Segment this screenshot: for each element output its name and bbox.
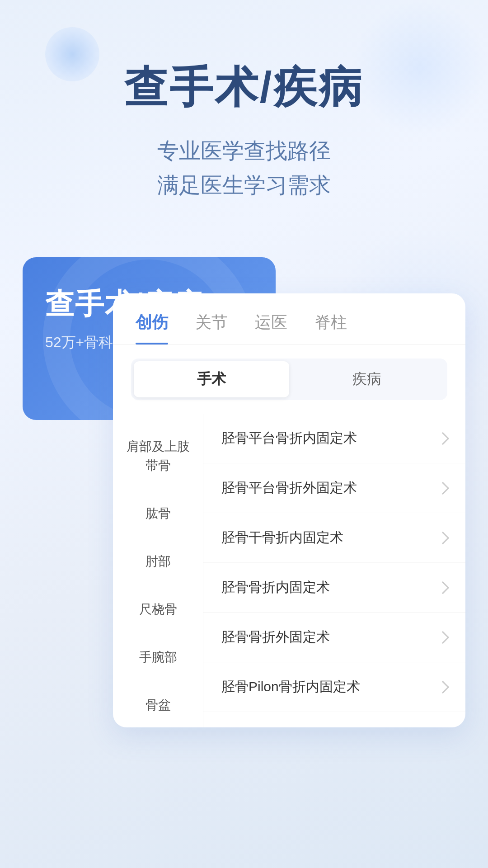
hero-subtitle-line1: 专业医学查找路径 — [36, 134, 452, 169]
chevron-right-icon — [436, 681, 449, 693]
tab-item-jizhu[interactable]: 脊柱 — [314, 311, 347, 344]
list-item[interactable]: 胫骨骨折外固定术 — [203, 613, 465, 662]
category-shoulder[interactable]: 肩部及上肢带骨 — [113, 423, 203, 490]
hero-section: 查手术/疾病 专业医学查找路径 满足医生学习需求 — [0, 0, 488, 230]
list-container: 肩部及上肢带骨 肱骨 肘部 尺桡骨 手腕部 骨盆 股骨 胫骨平台骨折内固定术 胫… — [113, 414, 465, 727]
category-elbow[interactable]: 肘部 — [113, 538, 203, 585]
list-item[interactable]: 胫骨Pilon骨折外固定术 — [203, 712, 465, 727]
toggle-disease[interactable]: 疾病 — [289, 361, 445, 397]
hero-subtitle: 专业医学查找路径 满足医生学习需求 — [36, 134, 452, 203]
chevron-right-icon — [436, 432, 449, 445]
list-item[interactable]: 胫骨平台骨折内固定术 — [203, 414, 465, 463]
list-item[interactable]: 胫骨平台骨折外固定术 — [203, 463, 465, 513]
tab-item-guanjie[interactable]: 关节 — [195, 311, 228, 344]
tab-item-yunyi[interactable]: 运医 — [255, 311, 287, 344]
hero-title: 查手术/疾病 — [36, 63, 452, 111]
chevron-right-icon — [436, 631, 449, 644]
tabs-row: 创伤 关节 运医 脊柱 — [113, 293, 465, 345]
hero-subtitle-line2: 满足医生学习需求 — [36, 168, 452, 203]
category-ulnaradius[interactable]: 尺桡骨 — [113, 585, 203, 633]
items-column: 胫骨平台骨折内固定术 胫骨平台骨折外固定术 胫骨干骨折内固定术 胫骨骨折内固定术… — [203, 414, 465, 727]
chevron-right-icon — [436, 532, 449, 544]
tab-item-chuangshang[interactable]: 创伤 — [136, 311, 168, 344]
chevron-right-icon — [436, 482, 449, 495]
card-area: 查手术/疾病 52万+骨科权威学术资源 创伤 关节 运医 脊柱 手术 — [23, 257, 465, 420]
list-item[interactable]: 胫骨骨折内固定术 — [203, 563, 465, 613]
category-humerus[interactable]: 肱骨 — [113, 490, 203, 538]
category-column: 肩部及上肢带骨 肱骨 肘部 尺桡骨 手腕部 骨盆 股骨 — [113, 414, 203, 727]
category-pelvis[interactable]: 骨盆 — [113, 681, 203, 727]
chevron-right-icon — [436, 581, 449, 594]
toggle-surgery[interactable]: 手术 — [134, 361, 289, 397]
category-wrist[interactable]: 手腕部 — [113, 633, 203, 681]
toggle-row: 手术 疾病 — [131, 359, 447, 400]
list-item[interactable]: 胫骨Pilon骨折内固定术 — [203, 662, 465, 712]
white-panel: 创伤 关节 运医 脊柱 手术 疾病 肩部及上肢带骨 — [113, 293, 465, 727]
list-item[interactable]: 胫骨干骨折内固定术 — [203, 513, 465, 563]
